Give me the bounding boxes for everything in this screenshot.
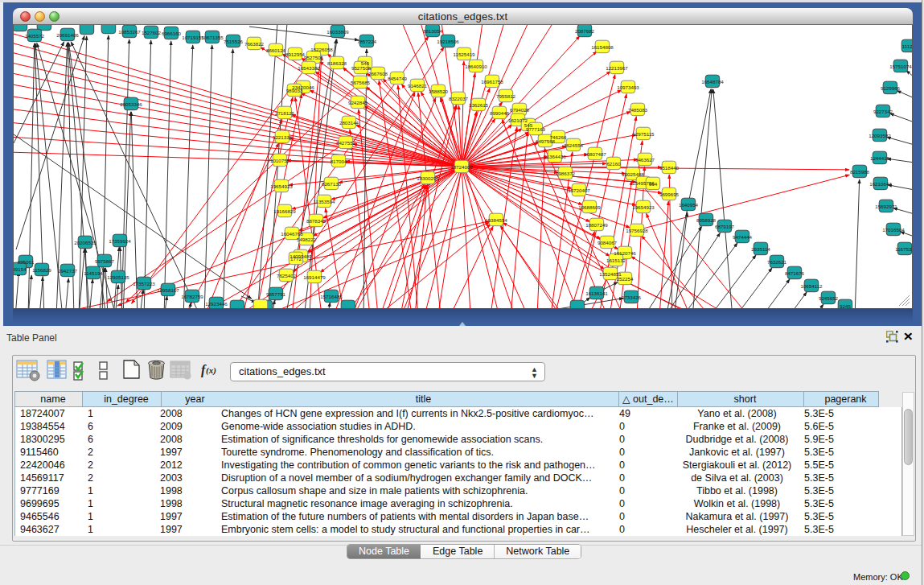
svg-text:8186328: 8186328 [327,60,347,66]
svg-text:9227342: 9227342 [873,109,893,114]
svg-text:2942737: 2942737 [58,268,78,274]
svg-text:9245: 9245 [840,303,851,309]
svg-text:12093582: 12093582 [869,133,891,138]
svg-text:746266: 746266 [550,134,567,140]
svg-text:9474444: 9474444 [733,234,753,240]
svg-text:12905135: 12905135 [107,274,129,280]
svg-text:1527602: 1527602 [142,30,162,35]
svg-text:7663822: 7663822 [244,41,265,47]
svg-text:2718126: 2718126 [275,110,295,116]
svg-text:16136141: 16136141 [585,290,608,296]
svg-text:7986372: 7986372 [556,171,576,176]
svg-text:1640954: 1640954 [679,202,699,208]
svg-text:9777169: 9777169 [526,126,546,132]
svg-text:19756928: 19756928 [626,228,648,233]
svg-text:1221338: 1221338 [273,134,293,140]
svg-text:1156829: 1156829 [32,267,51,273]
svg-text:17016504: 17016504 [882,227,905,233]
svg-text:21364436: 21364436 [544,154,566,159]
svg-text:9129966: 9129966 [881,85,901,91]
svg-text:16782759: 16782759 [181,294,203,299]
svg-text:5498222: 5498222 [297,237,317,242]
svg-text:16046768: 16046768 [281,231,303,237]
svg-text:10671355: 10671355 [201,35,224,40]
svg-text:1167533: 1167533 [895,246,912,252]
svg-text:9699695: 9699695 [659,192,680,197]
svg-text:835061: 835061 [18,259,35,265]
svg-text:19384554: 19384554 [485,217,507,223]
svg-text:252254: 252254 [617,276,634,282]
svg-text:1615132: 1615132 [606,257,626,263]
svg-text:1733426: 1733426 [622,295,642,300]
svg-text:20691406: 20691406 [56,32,79,38]
svg-text:9146821: 9146821 [408,83,428,89]
svg-text:9245652: 9245652 [819,295,839,301]
svg-text:18724007: 18724007 [450,164,473,170]
svg-text:6879197: 6879197 [715,224,735,229]
svg-text:3624554: 3624554 [564,142,584,148]
svg-text:9975867: 9975867 [95,258,115,264]
svg-text:7632621: 7632621 [767,259,787,265]
svg-text:8878342: 8878342 [306,218,326,224]
svg-text:8471676: 8471676 [785,270,805,276]
svg-text:8912954: 8912954 [285,51,306,57]
svg-text:15716485: 15716485 [320,294,343,299]
svg-text:16033809: 16033809 [326,29,349,35]
svg-text:8215988: 8215988 [850,169,870,175]
svg-text:10958107: 10958107 [157,287,179,293]
svg-text:7515526: 7515526 [224,39,244,44]
svg-text:11353594: 11353594 [313,199,335,204]
svg-text:9463627: 9463627 [635,157,655,163]
svg-text:8454749: 8454749 [388,76,408,81]
svg-text:2087682: 2087682 [575,28,595,34]
svg-text:2667608: 2667608 [368,71,388,76]
svg-text:8267130: 8267130 [322,181,342,187]
svg-text:2803144: 2803144 [339,120,359,126]
svg-text:10973493: 10973493 [617,84,639,90]
svg-text:19654923: 19654923 [632,204,655,210]
svg-text:12213967: 12213967 [606,65,628,71]
svg-text:19218506: 19218506 [437,39,459,44]
svg-text:12975115: 12975115 [632,131,655,137]
svg-text:18807249: 18807249 [585,222,608,228]
svg-text:15720407: 15720407 [568,187,590,193]
svg-text:9242845: 9242845 [348,100,368,105]
svg-text:11525419: 11525419 [453,51,475,57]
svg-text:16154808: 16154808 [591,44,614,50]
svg-text:8427552: 8427552 [336,140,356,146]
svg-text:1588520: 1588520 [429,89,449,94]
svg-text:1405572: 1405572 [25,33,45,39]
svg-text:5675685: 5675685 [351,80,371,85]
svg-text:1244419: 1244419 [870,155,890,161]
svg-text:8322037: 8322037 [449,96,469,101]
svg-text:39154: 39154 [14,266,27,272]
svg-text:2935114: 2935114 [751,246,770,252]
svg-text:11124: 11124 [902,43,912,49]
svg-text:9527506: 9527506 [304,55,324,60]
svg-text:(x): (x) [206,365,216,376]
svg-text:16914479: 16914479 [303,274,326,280]
svg-text:9518440: 9518440 [659,165,680,171]
svg-text:18300295: 18300295 [417,175,439,181]
svg-text:12923446: 12923446 [205,301,228,307]
svg-text:7955812: 7955812 [496,93,516,99]
svg-text:16543382: 16543382 [298,65,320,71]
svg-text:8990448: 8990448 [490,110,510,116]
svg-text:15226058: 15226058 [310,47,333,52]
svg-text:1362615: 1362615 [469,102,489,108]
svg-text:15692971: 15692971 [875,204,897,209]
svg-text:62160: 62160 [606,161,621,167]
svg-text:10025488: 10025488 [622,171,644,177]
svg-text:6966160: 6966160 [162,31,182,36]
svg-text:7625402: 7625402 [277,273,297,278]
svg-text:29053346: 29053346 [120,101,142,107]
svg-text:18640910: 18640910 [465,64,487,69]
svg-text:15751074: 15751074 [889,64,912,69]
svg-text:817004: 817004 [331,159,347,164]
svg-text:7485083: 7485083 [628,107,648,113]
svg-text:9527508: 9527508 [351,65,372,71]
svg-text:8660124: 8660124 [266,47,286,53]
svg-text:7857224: 7857224 [357,39,377,44]
svg-text:664: 664 [649,181,658,187]
svg-text:1010755: 1010755 [270,158,290,163]
